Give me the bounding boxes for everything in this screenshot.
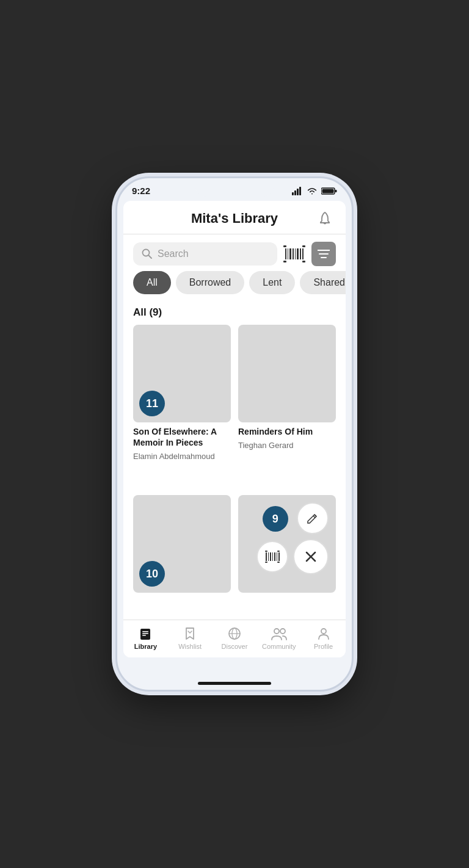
svg-rect-3 [299, 187, 301, 195]
svg-rect-31 [265, 551, 267, 552]
svg-rect-13 [285, 248, 286, 259]
svg-line-8 [148, 255, 151, 258]
tab-all[interactable]: All [133, 271, 171, 294]
book-card-3: 10 [133, 495, 231, 620]
bottom-nav: Library Wishlist [123, 620, 346, 657]
svg-rect-17 [295, 248, 296, 259]
svg-point-44 [274, 629, 279, 634]
svg-rect-6 [322, 189, 334, 193]
svg-rect-12 [302, 261, 305, 262]
svg-rect-0 [292, 192, 294, 195]
home-indicator [198, 682, 271, 685]
wifi-icon [307, 187, 318, 195]
time: 9:22 [132, 186, 150, 196]
svg-rect-39 [142, 633, 148, 634]
close-action-button[interactable] [293, 539, 329, 574]
badge-1: 11 [139, 391, 165, 416]
search-placeholder: Search [158, 248, 189, 259]
search-icon [142, 248, 153, 259]
svg-rect-25 [268, 552, 269, 561]
nav-discover[interactable]: Discover [216, 626, 253, 650]
svg-point-45 [280, 629, 285, 634]
book-cover-2[interactable] [238, 325, 336, 422]
book-card-4: 9 [238, 495, 336, 620]
svg-rect-26 [270, 552, 271, 561]
app-header: Mita's Library [123, 201, 346, 234]
nav-wishlist-label: Wishlist [178, 643, 202, 650]
books-grid: 11 Son Of Elsewhere: A Memoir In Pieces … [123, 325, 346, 620]
svg-rect-27 [272, 552, 273, 561]
svg-rect-15 [289, 248, 291, 259]
profile-icon [316, 626, 331, 641]
book-author-1: Elamin Abdelmahmoud [133, 452, 231, 461]
section-label: All (9) [123, 302, 346, 325]
signal-icon [292, 187, 303, 195]
svg-rect-19 [300, 248, 301, 259]
book-author-2: Tieghan Gerard [238, 441, 336, 450]
nav-community[interactable]: Community [261, 626, 297, 650]
barcode-action-button[interactable] [256, 541, 288, 573]
app-title: Mita's Library [191, 211, 278, 226]
svg-rect-5 [335, 190, 337, 192]
svg-rect-47 [320, 627, 327, 631]
actions-overlay [238, 495, 336, 593]
book-card-2: Reminders Of Him Tieghan Gerard [238, 325, 336, 488]
svg-rect-40 [142, 635, 146, 636]
book-card: 11 Son Of Elsewhere: A Memoir In Pieces … [133, 325, 231, 488]
svg-rect-16 [293, 248, 294, 259]
svg-rect-34 [277, 562, 280, 563]
svg-rect-9 [283, 245, 286, 247]
svg-rect-1 [294, 190, 296, 195]
search-box[interactable]: Search [133, 242, 277, 266]
nav-library-label: Library [134, 643, 157, 650]
nav-profile[interactable]: Profile [305, 626, 342, 650]
book-cover-4[interactable]: 9 [238, 495, 336, 593]
tabs-row: All Borrowed Lent Shared [123, 271, 346, 302]
svg-rect-2 [297, 189, 299, 195]
book-cover-1[interactable]: 11 [133, 325, 231, 422]
svg-rect-11 [283, 261, 286, 262]
bell-icon[interactable] [316, 210, 333, 227]
filter-button[interactable] [311, 242, 336, 266]
svg-rect-24 [266, 552, 267, 561]
badge-3: 10 [139, 561, 165, 587]
nav-community-label: Community [262, 643, 296, 650]
barcode-scan-button[interactable] [282, 242, 307, 266]
svg-rect-10 [302, 245, 305, 247]
nav-library[interactable]: Library [127, 626, 164, 650]
svg-rect-20 [302, 248, 304, 259]
search-row: Search [123, 234, 346, 271]
community-icon [271, 626, 288, 641]
svg-rect-38 [142, 631, 148, 632]
discover-icon [227, 626, 242, 641]
svg-rect-33 [265, 562, 267, 563]
svg-rect-32 [277, 551, 280, 552]
nav-wishlist[interactable]: Wishlist [172, 626, 208, 650]
svg-rect-14 [288, 248, 288, 259]
battery-icon [321, 187, 337, 195]
svg-rect-37 [140, 629, 150, 640]
nav-discover-label: Discover [222, 643, 248, 650]
nav-profile-label: Profile [314, 643, 333, 650]
svg-rect-29 [277, 552, 277, 561]
tab-borrowed[interactable]: Borrowed [176, 271, 244, 294]
tab-lent[interactable]: Lent [249, 271, 295, 294]
wishlist-icon [183, 626, 197, 641]
status-icons [292, 187, 337, 195]
svg-rect-28 [274, 552, 275, 561]
svg-rect-30 [278, 552, 280, 561]
book-cover-3[interactable]: 10 [133, 495, 231, 593]
book-title-2: Reminders Of Him [238, 426, 336, 437]
book-title-1: Son Of Elsewhere: A Memoir In Pieces [133, 426, 231, 448]
library-icon [138, 626, 153, 641]
edit-button[interactable] [297, 502, 329, 534]
tab-shared[interactable]: Shared [300, 271, 346, 294]
svg-rect-18 [297, 248, 299, 259]
